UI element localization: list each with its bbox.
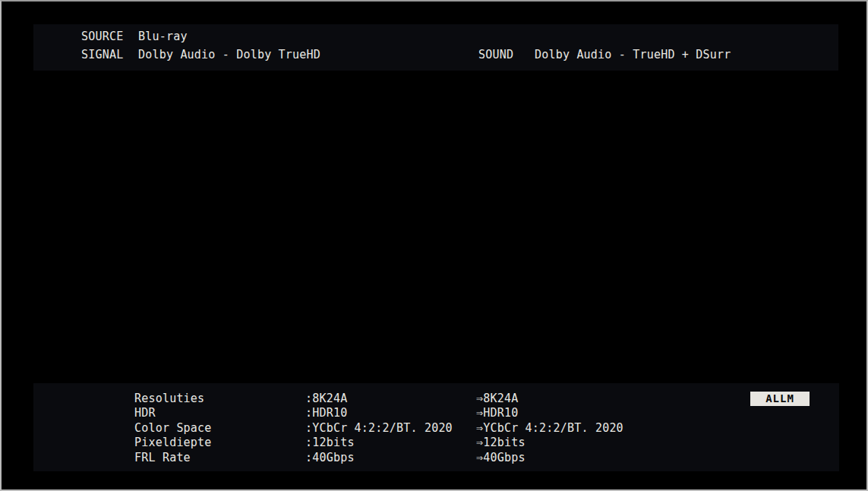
video-info-label: Color Space xyxy=(134,422,212,435)
video-info-input: :40Gbps xyxy=(305,452,355,464)
signal-label: SIGNAL xyxy=(81,49,123,61)
video-info-label: Resoluties xyxy=(134,392,204,405)
video-info-output: ⇒HDR10 xyxy=(476,407,518,420)
video-info-input: :8K24A xyxy=(305,392,347,405)
video-info-output: ⇒8K24A xyxy=(476,392,518,405)
allm-status-badge: ALLM xyxy=(750,392,810,406)
osd-screen: SOURCE Blu-ray SIGNAL Dolby Audio - Dolb… xyxy=(0,0,868,491)
video-info-input: :12bits xyxy=(305,436,355,449)
status-bar: SOURCE Blu-ray SIGNAL Dolby Audio - Dolb… xyxy=(33,24,838,71)
video-info-input: :HDR10 xyxy=(305,407,347,420)
video-info-input: :YCbCr 4:2:2/BT. 2020 xyxy=(305,422,453,435)
source-label: SOURCE xyxy=(81,30,123,43)
sound-label: SOUND xyxy=(478,49,513,61)
signal-value: Dolby Audio - Dolby TrueHD xyxy=(138,49,320,61)
video-info-label: Pixeldiepte xyxy=(134,436,212,449)
video-info-output: ⇒12bits xyxy=(476,436,526,449)
video-info-output: ⇒YCbCr 4:2:2/BT. 2020 xyxy=(476,422,623,435)
sound-value: Dolby Audio - TrueHD + DSurr xyxy=(535,49,731,61)
video-info-label: FRL Rate xyxy=(134,452,191,464)
source-value: Blu-ray xyxy=(138,30,188,43)
video-info-panel: Resoluties :8K24A ⇒8K24A HDR :HDR10 ⇒HDR… xyxy=(33,383,839,471)
video-info-output: ⇒40Gbps xyxy=(476,452,526,464)
video-info-label: HDR xyxy=(134,407,156,420)
